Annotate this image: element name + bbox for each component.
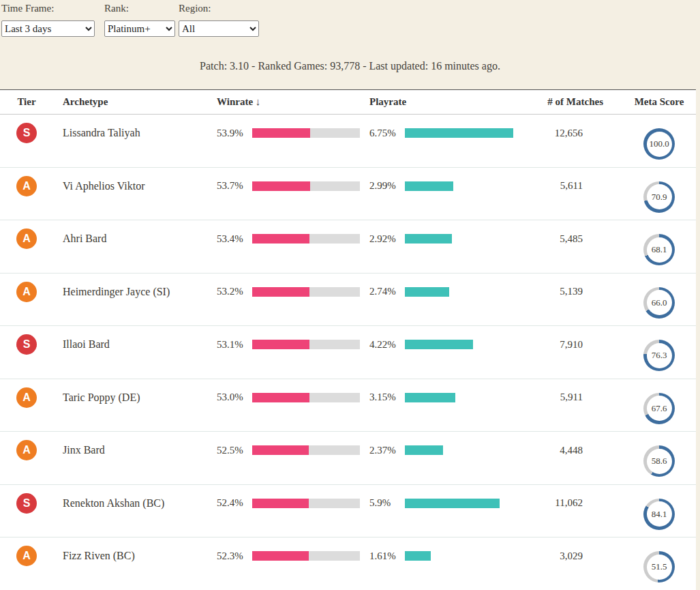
table-row[interactable]: S Renekton Akshan (BC) 52.4% 5.9% 11,062…: [0, 485, 696, 538]
header-tier[interactable]: Tier: [0, 96, 53, 108]
playrate-cell: 1.61%: [369, 546, 530, 566]
region-select[interactable]: All: [179, 20, 259, 37]
meta-score-cell: 51.5: [603, 546, 696, 582]
tier-badge: S: [16, 493, 37, 514]
matches-cell: 5,911: [530, 387, 603, 408]
winrate-bar-fill: [252, 393, 309, 402]
winrate-bar-fill: [252, 128, 310, 138]
header-archetype[interactable]: Archetype: [53, 96, 217, 108]
matches-cell: 12,656: [530, 123, 603, 143]
winrate-cell: 53.7%: [217, 176, 369, 196]
winrate-cell: 53.1%: [217, 334, 369, 355]
meta-score-cell: 76.3: [603, 334, 696, 371]
winrate-value: 52.3%: [217, 550, 252, 562]
tier-badge: A: [16, 546, 37, 566]
meta-score-ring: 58.6: [643, 445, 675, 477]
matches-cell: 7,910: [530, 334, 603, 355]
playrate-value: 4.22%: [369, 339, 405, 351]
table-row[interactable]: A Vi Aphelios Viktor 53.7% 2.99% 5,611 7…: [0, 168, 696, 221]
archetype-name: Ahri Bard: [63, 233, 106, 245]
meta-score-value: 67.6: [647, 396, 672, 421]
meta-score-value: 100.0: [647, 132, 672, 157]
winrate-value: 53.1%: [217, 339, 252, 351]
matches-value: 4,448: [560, 445, 583, 456]
time-frame-filter: Time Frame: Last 3 days: [1, 3, 95, 37]
winrate-bar-fill: [252, 499, 309, 508]
winrate-value: 53.2%: [217, 286, 252, 297]
archetype-cell: Vi Aphelios Viktor: [53, 176, 217, 196]
tier-cell: A: [0, 546, 53, 566]
archetype-name: Vi Aphelios Viktor: [63, 180, 144, 192]
winrate-bar: [252, 287, 360, 297]
meta-score-ring: 51.5: [643, 551, 675, 582]
matches-cell: 4,448: [530, 440, 603, 460]
table-row[interactable]: A Jinx Bard 52.5% 2.37% 4,448 58.6: [0, 432, 696, 485]
playrate-cell: 2.37%: [369, 440, 530, 460]
tier-badge: A: [16, 387, 37, 408]
table-row[interactable]: A Heimerdinger Jayce (SI) 53.2% 2.74% 5,…: [0, 274, 696, 327]
matches-value: 12,656: [555, 128, 583, 139]
meta-score-value: 70.9: [647, 184, 672, 209]
archetype-name: Heimerdinger Jayce (SI): [63, 286, 170, 298]
tier-badge: S: [16, 334, 37, 355]
rank-select[interactable]: Platinum+: [104, 20, 175, 37]
matches-value: 5,485: [560, 233, 583, 245]
tier-badge: A: [16, 440, 37, 460]
region-label: Region:: [179, 3, 259, 14]
tier-badge: A: [16, 228, 37, 249]
meta-score-ring: 100.0: [643, 128, 675, 160]
archetype-name: Illaoi Bard: [63, 338, 110, 351]
header-winrate[interactable]: Winrate ↓: [217, 96, 369, 108]
archetype-cell: Renekton Akshan (BC): [53, 493, 217, 514]
table-row[interactable]: S Lissandra Taliyah 53.9% 6.75% 12,656 1…: [0, 115, 696, 168]
winrate-bar-fill: [252, 340, 309, 349]
winrate-bar: [252, 445, 360, 455]
table-row[interactable]: A Fizz Riven (BC) 52.3% 1.61% 3,029 51.5: [0, 537, 696, 590]
table-row[interactable]: A Taric Poppy (DE) 53.0% 3.15% 5,911 67.…: [0, 379, 696, 432]
archetype-name: Jinx Bard: [63, 444, 105, 456]
playrate-bar-fill: [405, 499, 500, 508]
winrate-value: 53.4%: [217, 233, 252, 245]
meta-score-ring: 66.0: [643, 287, 675, 319]
winrate-value: 53.7%: [217, 180, 252, 192]
header-meta-score[interactable]: Meta Score: [603, 96, 696, 108]
playrate-value: 2.92%: [369, 233, 405, 245]
playrate-cell: 2.92%: [369, 228, 530, 249]
archetype-cell: Ahri Bard: [53, 228, 217, 249]
tier-cell: A: [0, 440, 53, 460]
archetype-cell: Illaoi Bard: [53, 334, 217, 355]
matches-cell: 3,029: [530, 546, 603, 566]
meta-table: Tier Archetype Winrate ↓ Playrate # of M…: [0, 89, 696, 590]
matches-value: 3,029: [560, 550, 583, 562]
archetype-name: Renekton Akshan (BC): [63, 497, 164, 510]
table-body: S Lissandra Taliyah 53.9% 6.75% 12,656 1…: [0, 115, 696, 590]
table-row[interactable]: S Illaoi Bard 53.1% 4.22% 7,910 76.3: [0, 326, 696, 379]
winrate-value: 52.5%: [217, 445, 252, 456]
playrate-bar-fill: [405, 234, 452, 244]
winrate-bar-fill: [252, 551, 309, 561]
header-playrate[interactable]: Playrate: [369, 96, 530, 108]
playrate-bar-fill: [405, 445, 443, 455]
table-row[interactable]: A Ahri Bard 53.4% 2.92% 5,485 68.1: [0, 220, 696, 274]
winrate-bar-fill: [252, 181, 310, 191]
meta-score-value: 68.1: [647, 237, 672, 263]
playrate-cell: 6.75%: [369, 123, 530, 143]
tier-cell: S: [0, 123, 53, 143]
matches-cell: 5,139: [530, 282, 603, 302]
winrate-value: 52.4%: [217, 497, 252, 509]
meta-score-cell: 84.1: [603, 493, 696, 530]
matches-cell: 5,611: [530, 176, 603, 196]
meta-score-cell: 67.6: [603, 387, 696, 424]
winrate-bar: [252, 393, 360, 402]
meta-score-cell: 58.6: [603, 440, 696, 477]
header-matches[interactable]: # of Matches: [530, 96, 603, 108]
matches-cell: 11,062: [530, 493, 603, 514]
archetype-name: Fizz Riven (BC): [63, 550, 135, 562]
winrate-bar-fill: [252, 287, 309, 297]
meta-score-ring: 67.6: [643, 393, 675, 424]
playrate-value: 2.74%: [369, 286, 405, 297]
time-frame-select[interactable]: Last 3 days: [1, 20, 95, 37]
winrate-cell: 53.4%: [217, 228, 369, 249]
playrate-value: 3.15%: [369, 392, 405, 403]
playrate-cell: 3.15%: [369, 387, 530, 408]
